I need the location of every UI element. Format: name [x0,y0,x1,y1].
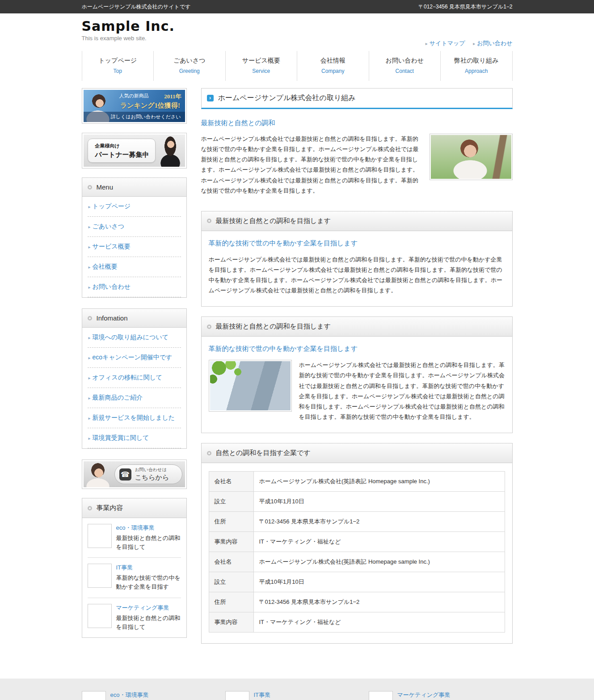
nav-item-greeting[interactable]: ごあいさつ Greeting [153,51,225,81]
menu-item-contact[interactable]: ▸お問い合わせ [88,277,181,297]
contact-banner[interactable]: ☎ お問い合わせは こちらから [82,460,187,489]
partner-banner[interactable]: 企業様向け パートナー募集中 [82,133,187,169]
contact-banner-sub: お問い合わせは [135,467,169,473]
section-company-profile: 自然との調和を目指す企業です 会社名ホームページサンプル株式会社(英語表記 Ho… [201,443,513,644]
information-box-title: Infomation [97,314,128,322]
section2-subheading: 革新的な技術で世の中を動かす企業を目指します [209,345,505,353]
circle-icon [88,316,92,320]
info-item-new-product[interactable]: ▸最新商品のご紹介 [88,388,181,408]
top-bar: ホームページサンプル株式会社のサイトです 〒012−3456 見本県見本市サンプ… [0,0,594,13]
table-row: 会社名ホームページサンプル株式会社(英語表記 Homepage sample I… [209,472,505,492]
nav-item-company[interactable]: 会社情報 Company [297,51,369,81]
header: Sample Inc. This is example web site. ▸サ… [82,13,513,51]
information-box-header: Infomation [82,309,186,328]
nav-item-contact[interactable]: お問い合わせ Contact [369,51,441,81]
footer-col-eco: eco・環境事業 ホームページサンプル株式会社では最新技術と自然との調和を目指し… [82,691,225,700]
banner-businesswoman-image [156,135,185,167]
table-row: 事業内容IT・マーケティング・福祉など [209,612,505,633]
business-marketing-link[interactable]: マーケティング事業 [116,604,181,612]
arrow-icon: ▸ [88,335,91,340]
sitemap-link[interactable]: ▸サイトマップ [425,40,465,46]
menu-item-greeting[interactable]: ▸ごあいさつ [88,217,181,237]
arrow-icon: ▸ [88,396,91,401]
table-row: 会社名ホームページサンプル株式会社(英語表記 Homepage sample I… [209,552,505,572]
header-links: ▸サイトマップ ▸お問い合わせ [419,39,513,47]
circle-icon [88,506,92,510]
nav-item-service[interactable]: サービス概要 Service [225,51,297,81]
arrow-icon: ▸ [88,265,91,270]
global-nav: トップページ Top ごあいさつ Greeting サービス概要 Service… [82,51,513,81]
business-list: eco・環境事業 最新技術と自然との調和を目指して IT事業 革新的な技術で世の… [82,518,186,637]
banner-detail-text: 詳しくはお問い合わせください [84,112,185,122]
banner-catch: 人気の新商品 [119,93,149,101]
ranking-banner[interactable]: 人気の新商品 2011年 ランキング1位獲得! 詳しくはお問い合わせください [82,88,187,124]
business-box-header: 事業内容 [82,498,186,518]
menu-list: ▸トップページ ▸ごあいさつ ▸サービス概要 ▸会社概要 ▸お問い合わせ [82,197,186,297]
content-area: 人気の新商品 2011年 ランキング1位獲得! 詳しくはお問い合わせください 企… [82,88,513,654]
arrow-icon: ▸ [88,285,91,290]
menu-item-service[interactable]: ▸サービス概要 [88,237,181,257]
footer-it-link[interactable]: IT事業 [254,691,361,699]
business-marketing-desc: 最新技術と自然との調和を目指して [116,615,181,630]
building-photo [209,360,292,412]
info-item-new-service[interactable]: ▸新規サービスを開始しました [88,408,181,428]
business-it-desc: 革新的な技術で世の中を動かす企業を目指す [116,574,181,590]
banner-operator-image [84,461,115,487]
eco-thumbnail [88,524,112,548]
page-title: › ホームページサンプル株式会社の取り組み [201,88,513,109]
business-item-eco: eco・環境事業 最新技術と自然との調和を目指して [88,518,181,558]
contact-banner-main: こちらから [135,473,169,482]
chevron-square-icon: › [207,95,214,101]
arrow-icon: ▸ [425,41,428,46]
info-item-award[interactable]: ▸環境賞受賞に関して [88,428,181,448]
intro-heading: 最新技術と自然との調和 [201,119,513,127]
menu-box-header: Menu [82,178,186,197]
business-box: 事業内容 eco・環境事業 最新技術と自然との調和を目指して IT事業 革新的な… [82,498,187,638]
table-row: 設立平成10年1月10日 [209,572,505,592]
table-row: 事業内容IT・マーケティング・福祉など [209,532,505,552]
arrow-icon: ▸ [88,355,91,360]
site-description: ホームページサンプル株式会社のサイトです [82,3,191,11]
table-row: 住所〒012-3456 見本県見本市サンプル1−2 [209,512,505,532]
partner-banner-main: パートナー募集中 [95,151,155,159]
arrow-icon: ▸ [88,224,91,229]
section1-text: ホームページサンプル株式会社では最新技術と自然との調和を目指します。革新的な技術… [209,254,505,296]
business-box-title: 事業内容 [97,504,123,512]
info-item-environment[interactable]: ▸環境への取り組みについて [88,328,181,348]
marketing-thumbnail [369,691,393,700]
footer-columns: eco・環境事業 ホームページサンプル株式会社では最新技術と自然との調和を目指し… [82,691,513,700]
phone-icon: ☎ [119,468,131,481]
info-item-office-move[interactable]: ▸オフィスの移転に関して [88,368,181,388]
menu-box-title: Menu [97,183,114,191]
footer: eco・環境事業 ホームページサンプル株式会社では最新技術と自然との調和を目指し… [0,679,594,700]
circle-icon [88,185,92,190]
information-box: Infomation ▸環境への取り組みについて ▸ecoキャンペーン開催中です… [82,308,187,449]
section3-title: 自然との調和を目指す企業です [216,449,311,457]
nav-item-approach[interactable]: 弊社の取り組み Approach [440,51,513,81]
footer-marketing-link[interactable]: マーケティング事業 [397,691,504,699]
park-photo [430,134,513,180]
nav-item-top[interactable]: トップページ Top [82,51,154,81]
arrow-icon: ▸ [88,245,91,249]
it-thumbnail [88,564,112,588]
intro-block: ホームページサンプル株式会社では最新技術と自然との調和を目指します。革新的な技術… [201,134,513,196]
footer-col-marketing: マーケティング事業 ホームページサンプル株式会社では最新技術と自然との調和を目指… [369,691,512,700]
section1-header: 最新技術と自然との調和を目指します [202,211,512,231]
company-profile-table: 会社名ホームページサンプル株式会社(英語表記 Homepage sample I… [209,471,505,633]
info-item-eco-campaign[interactable]: ▸ecoキャンペーン開催中です [88,348,181,368]
menu-item-company[interactable]: ▸会社概要 [88,257,181,277]
business-item-it: IT事業 革新的な技術で世の中を動かす企業を目指す [88,558,181,598]
arrow-icon: ▸ [88,436,91,441]
business-eco-link[interactable]: eco・環境事業 [116,524,181,532]
section-harmony-2: 最新技術と自然との調和を目指します 革新的な技術で世の中を動かす企業を目指します… [201,316,513,433]
table-row: 設立平成10年1月10日 [209,492,505,512]
arrow-icon: ▸ [88,416,91,421]
main-column: › ホームページサンプル株式会社の取り組み 最新技術と自然との調和 ホームページ… [201,88,513,654]
circle-icon [207,219,211,223]
menu-item-top[interactable]: ▸トップページ [88,197,181,217]
header-contact-link[interactable]: ▸お問い合わせ [473,40,512,46]
footer-eco-link[interactable]: eco・環境事業 [110,691,217,699]
it-thumbnail [225,691,249,700]
business-it-link[interactable]: IT事業 [116,564,181,572]
site-logo[interactable]: Sample Inc. [82,13,513,34]
